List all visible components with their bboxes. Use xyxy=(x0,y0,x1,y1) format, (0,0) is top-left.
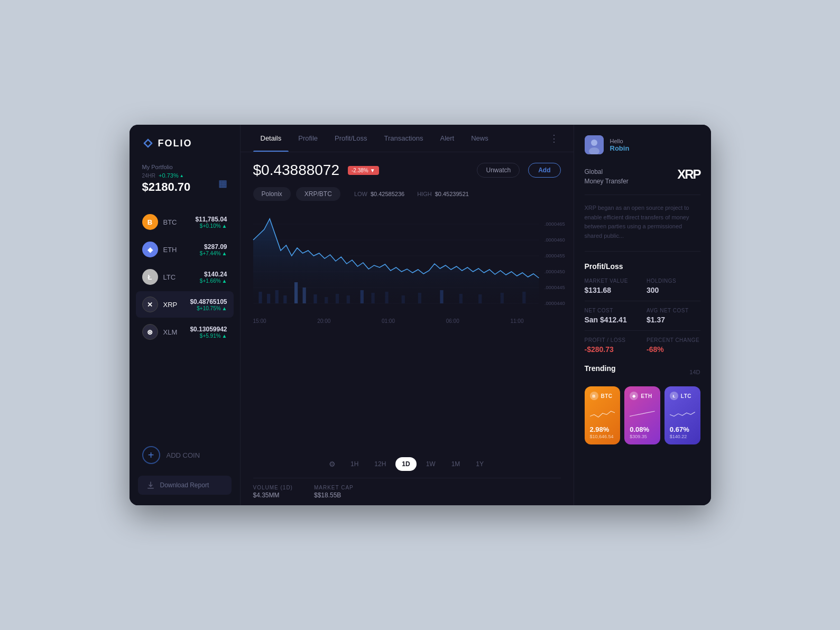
nav-more-icon[interactable]: ⋮ xyxy=(547,133,561,144)
portfolio-value: $2180.70 xyxy=(142,180,191,194)
profit-loss-value: -$280.73 xyxy=(585,345,639,354)
tab-profile[interactable]: Profile xyxy=(291,125,325,152)
pair-filter[interactable]: XRP/BTC xyxy=(296,187,340,201)
xrp-change: $+10.75%▲ xyxy=(190,305,227,311)
xaxis-11: 11:00 xyxy=(510,318,523,324)
trending-btc-percent: 2.98% xyxy=(590,425,615,433)
chart-footer: VOLUME (1D) $4.35MM MARKET CAP $$18.55B xyxy=(253,478,561,505)
trending-eth-value: $309.35 xyxy=(630,434,655,439)
price-chart: .0000465 .0000460 .0000455 .0000450 .000… xyxy=(253,208,561,314)
portfolio-24hr-label: 24HR xyxy=(142,173,156,179)
svg-text:.0000440: .0000440 xyxy=(544,301,565,306)
trending-title: Trending xyxy=(585,364,616,373)
sidebar: FOLIO My Portfolio 24HR +0.73% ▲ $2180.7… xyxy=(130,125,241,505)
xaxis-06: 06:00 xyxy=(446,318,459,324)
xlm-icon: ⊛ xyxy=(142,324,158,340)
coin-info-section: Global Money Transfer XRP xyxy=(585,167,700,195)
coin-list: B BTC $11,785.04 $+0.10%▲ ◆ ETH $287.09 … xyxy=(130,209,240,439)
exchange-filter[interactable]: Polonix xyxy=(253,187,291,201)
high-label: HIGH xyxy=(417,191,432,197)
time-12h[interactable]: 12H xyxy=(368,457,392,471)
profit-loss-item: PROFIT / LOSS -$280.73 xyxy=(585,337,639,354)
app-container: FOLIO My Portfolio 24HR +0.73% ▲ $2180.7… xyxy=(130,125,711,505)
add-button[interactable]: Add xyxy=(528,163,560,178)
low-value: $0.42585236 xyxy=(371,191,404,197)
coin-item-ltc[interactable]: Ł LTC $140.24 $+1.66%▲ xyxy=(136,264,234,290)
svg-text:.0000460: .0000460 xyxy=(544,237,565,243)
profit-loss-label: PROFIT / LOSS xyxy=(585,337,639,343)
xrp-price: $0.48765105 xyxy=(190,298,227,305)
chart-settings-icon[interactable]: ⚙ xyxy=(324,457,341,471)
ltc-label: LTC xyxy=(163,273,176,281)
trending-eth-card[interactable]: ◆ ETH 0.08% $309.35 xyxy=(624,386,660,444)
profit-loss-title: Profit/Loss xyxy=(585,262,700,271)
pl-divider xyxy=(585,301,700,301)
trending-cards: B BTC 2.98% $10,646.54 ◆ ETH xyxy=(585,386,700,444)
download-report-button[interactable]: Download Report xyxy=(138,476,232,495)
pl-grid-3: PROFIT / LOSS -$280.73 PERCENT CHANGE -6… xyxy=(585,337,700,354)
eth-price: $287.09 xyxy=(200,243,227,251)
tab-profit-loss[interactable]: Profit/Loss xyxy=(327,125,374,152)
download-icon xyxy=(146,481,155,489)
percent-change-item: PERCENT CHANGE -68% xyxy=(647,337,700,354)
user-header: Hello Robin xyxy=(585,135,700,154)
time-1h[interactable]: 1H xyxy=(344,457,365,471)
trending-ltc-icon: Ł xyxy=(670,392,678,400)
xaxis-01: 01:00 xyxy=(382,318,395,324)
portfolio-change: +0.73% ▲ xyxy=(159,172,184,179)
right-panel: Hello Robin Global Money Transfer XRP XR… xyxy=(574,125,711,505)
volume-item: VOLUME (1D) $4.35MM xyxy=(253,485,293,499)
trending-ltc-card[interactable]: Ł LTC 0.67% $140.22 xyxy=(664,386,700,444)
chart-xaxis: 15:00 20:00 01:00 06:00 11:00 xyxy=(253,316,561,324)
holdings-item: HOLDINGS 300 xyxy=(647,278,700,294)
xaxis-20: 20:00 xyxy=(317,318,330,324)
trending-btc-label: BTC xyxy=(601,393,613,399)
trending-ltc-percent: 0.67% xyxy=(670,425,695,433)
time-1m[interactable]: 1M xyxy=(445,457,467,471)
btc-label: BTC xyxy=(163,218,177,226)
avatar xyxy=(585,135,604,154)
tab-details[interactable]: Details xyxy=(253,125,289,152)
eth-change: $+7.44%▲ xyxy=(200,251,227,256)
svg-rect-0 xyxy=(147,488,154,489)
market-value-item: MARKET VALUE $131.68 xyxy=(585,278,639,294)
trending-eth-icon: ◆ xyxy=(630,392,638,400)
price-range: LOW $0.42585236 HIGH $0.45239521 xyxy=(354,191,469,197)
high-value: $0.45239521 xyxy=(435,191,469,197)
unwatch-button[interactable]: Unwatch xyxy=(477,163,520,178)
current-price: $0.43888072 xyxy=(253,162,340,179)
coin-item-xrp[interactable]: ✕ XRP $0.48765105 $+10.75%▲ xyxy=(136,291,234,318)
xrp-icon: ✕ xyxy=(142,297,158,312)
time-1y[interactable]: 1Y xyxy=(469,457,490,471)
btc-price: $11,785.04 xyxy=(195,216,227,223)
svg-text:.0000455: .0000455 xyxy=(544,253,565,258)
time-1d[interactable]: 1D xyxy=(395,457,416,471)
eth-label: ETH xyxy=(163,246,177,254)
tab-transactions[interactable]: Transactions xyxy=(377,125,431,152)
pl-grid: MARKET VALUE $131.68 HOLDINGS 300 xyxy=(585,278,700,294)
avatar-image xyxy=(585,135,604,154)
trending-section: Trending 14D B BTC 2.98% $10,64 xyxy=(585,364,700,444)
ltc-price: $140.24 xyxy=(200,271,227,278)
logo-text: FOLIO xyxy=(158,138,192,149)
volume-label: VOLUME (1D) xyxy=(253,485,293,490)
coin-description: XRP began as an open source project to e… xyxy=(585,203,700,252)
price-change-badge: -2.38% ▼ xyxy=(348,166,379,175)
coin-info-title: Global Money Transfer xyxy=(585,167,629,186)
add-coin-button[interactable]: + xyxy=(142,446,160,464)
logo-icon xyxy=(142,137,154,149)
coin-item-btc[interactable]: B BTC $11,785.04 $+0.10%▲ xyxy=(136,209,234,235)
net-cost-item: NET COST San $412.41 xyxy=(585,308,639,324)
coin-item-eth[interactable]: ◆ ETH $287.09 $+7.44%▲ xyxy=(136,236,234,263)
nav-tabs: Details Profile Profit/Loss Transactions… xyxy=(241,125,574,152)
time-buttons: ⚙ 1H 12H 1D 1W 1M 1Y xyxy=(253,450,561,478)
time-1w[interactable]: 1W xyxy=(420,457,442,471)
trending-btc-card[interactable]: B BTC 2.98% $10,646.54 xyxy=(585,386,621,444)
price-change-value: -2.38% xyxy=(352,168,368,173)
main-content: Details Profile Profit/Loss Transactions… xyxy=(241,125,574,505)
coin-item-xlm[interactable]: ⊛ XLM $0.13059942 $+5.91%▲ xyxy=(136,319,234,345)
net-cost-value: San $412.41 xyxy=(585,316,639,324)
add-coin-area: + ADD COIN xyxy=(130,439,240,471)
tab-alert[interactable]: Alert xyxy=(432,125,461,152)
tab-news[interactable]: News xyxy=(464,125,496,152)
